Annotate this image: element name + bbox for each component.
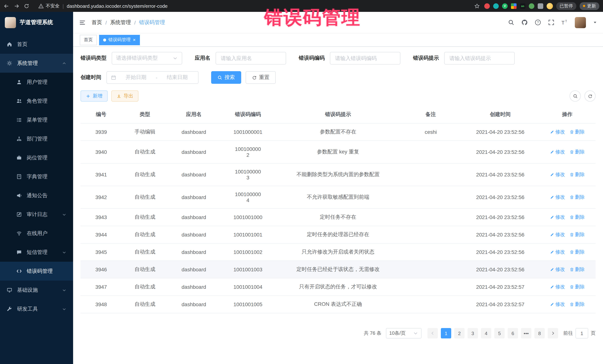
tab-首页[interactable]: 首页 <box>80 35 97 45</box>
extension-icon-2[interactable] <box>493 3 499 9</box>
edit-link[interactable]: 修改 <box>550 266 565 273</box>
sidebar-item-menu[interactable]: 菜单管理 <box>0 110 73 129</box>
page-button-5[interactable]: 5 <box>494 328 505 338</box>
sidebar-item-infra[interactable]: 基础设施 <box>0 281 73 299</box>
github-icon[interactable] <box>521 19 528 26</box>
browser-forward-icon[interactable] <box>14 3 19 9</box>
toggle-search-button[interactable] <box>570 90 581 101</box>
extensions-puzzle-icon[interactable] <box>538 3 543 9</box>
tab-close-icon[interactable]: × <box>133 37 136 42</box>
sidebar-item-audit-log[interactable]: 审计日志 <box>0 205 73 224</box>
edit-link[interactable]: 修改 <box>550 214 565 221</box>
extension-icon-1[interactable] <box>484 3 490 9</box>
edit-link[interactable]: 修改 <box>550 284 565 290</box>
extension-icon-5[interactable] <box>529 3 534 9</box>
browser-reload-icon[interactable] <box>24 3 29 9</box>
page-size-select[interactable]: 10条/页 <box>386 328 422 338</box>
page-button-3[interactable]: 3 <box>468 328 478 338</box>
sidebar-item-dept[interactable]: 部门管理 <box>0 129 73 148</box>
sidebar-item-error-code[interactable]: 错误码管理 <box>0 262 73 281</box>
sync-paused-badge[interactable]: 已暂停 <box>556 2 576 10</box>
page-button-2[interactable]: 2 <box>454 328 464 338</box>
delete-link[interactable]: 删除 <box>569 171 585 178</box>
delete-link[interactable]: 删除 <box>569 266 585 273</box>
row-id-cell: 3940 <box>81 141 122 163</box>
sidebar-item-post[interactable]: 岗位管理 <box>0 148 73 167</box>
prev-page-button[interactable] <box>428 328 438 338</box>
breadcrumb-item[interactable]: 错误码管理 <box>139 19 165 26</box>
sidebar-item-notice[interactable]: 通知公告 <box>0 186 73 205</box>
search-icon[interactable] <box>508 19 514 26</box>
app-name-input[interactable] <box>220 55 282 62</box>
sidebar-item-role[interactable]: 角色管理 <box>0 92 73 110</box>
page-more-button[interactable]: ••• <box>521 328 531 338</box>
create-time-range-picker[interactable]: 开始日期 - 结束日期 <box>106 71 198 84</box>
error-hint-input[interactable] <box>449 55 510 62</box>
edit-link[interactable]: 修改 <box>550 249 565 255</box>
security-warning[interactable]: 不安全 <box>38 3 59 9</box>
profile-avatar-icon[interactable] <box>547 3 553 9</box>
edit-link[interactable]: 修改 <box>550 194 565 200</box>
breadcrumb-item[interactable]: 首页 <box>92 19 102 26</box>
edit-link[interactable]: 修改 <box>550 149 565 155</box>
avatar-caret-icon[interactable] <box>593 20 597 24</box>
sidebar-item-home[interactable]: 首页 <box>0 35 73 54</box>
tab-错误码管理[interactable]: 错误码管理× <box>99 35 140 45</box>
edit-link[interactable]: 修改 <box>550 129 565 135</box>
sidebar-item-dict[interactable]: 字典管理 <box>0 167 73 186</box>
goto-page-input[interactable] <box>576 328 588 338</box>
next-page-button[interactable] <box>548 328 558 338</box>
table-row: 3945自动生成dashboard1001001002只允许修改为开启或者关闭状… <box>81 243 596 261</box>
help-icon[interactable]: ? <box>535 19 541 26</box>
page-button-6[interactable]: 6 <box>508 328 518 338</box>
row-id-cell: 3941 <box>81 163 122 186</box>
fullscreen-icon[interactable] <box>548 19 554 26</box>
address-bar[interactable]: 不安全 | dashboard.yudao.iocoder.cn/system/… <box>38 3 480 9</box>
delete-link[interactable]: 删除 <box>569 149 585 155</box>
page-button-8[interactable]: 8 <box>534 328 545 338</box>
delete-link[interactable]: 删除 <box>569 231 585 238</box>
sidebar-item-devtools[interactable]: 研发工具 <box>0 299 73 318</box>
row-actions-cell: 修改删除 <box>539 261 596 278</box>
sidebar-item-online-user[interactable]: 在线用户 <box>0 224 73 243</box>
sidebar-item-user[interactable]: 用户管理 <box>0 73 73 92</box>
delete-link[interactable]: 删除 <box>569 284 585 290</box>
url-text[interactable]: dashboard.yudao.iocoder.cn/system/error-… <box>67 3 168 9</box>
refresh-table-button[interactable] <box>584 90 596 101</box>
font-size-icon[interactable]: TT <box>561 19 568 26</box>
edit-link[interactable]: 修改 <box>550 231 565 238</box>
edit-link[interactable]: 修改 <box>550 301 565 308</box>
hamburger-icon[interactable] <box>79 19 86 26</box>
extension-icon-4[interactable]: on <box>520 3 525 9</box>
sidebar-item-system[interactable]: 系统管理 <box>0 54 73 73</box>
browser-back-icon[interactable] <box>4 3 9 9</box>
search-button[interactable]: 搜索 <box>211 71 241 84</box>
reset-button[interactable]: 重置 <box>246 71 276 84</box>
extension-icon-vue[interactable]: V <box>502 3 508 9</box>
edit-link[interactable]: 修改 <box>550 171 565 178</box>
row-code-cell: 1001001005 <box>220 296 276 313</box>
delete-link[interactable]: 删除 <box>569 301 585 308</box>
error-type-select[interactable]: 请选择错误码类型 <box>112 52 182 65</box>
add-button[interactable]: 新增 <box>81 90 108 101</box>
export-button[interactable]: 导出 <box>111 90 139 101</box>
row-app-cell: dashboard <box>168 243 220 261</box>
breadcrumb-item[interactable]: 系统管理 <box>110 19 131 26</box>
page-button-4[interactable]: 4 <box>481 328 491 338</box>
delete-link[interactable]: 删除 <box>569 214 585 221</box>
delete-link[interactable]: 删除 <box>569 194 585 200</box>
tab-label: 错误码管理 <box>108 37 131 43</box>
search-button-label: 搜索 <box>224 74 235 81</box>
error-code-input[interactable] <box>334 55 396 62</box>
delete-link[interactable]: 删除 <box>569 129 585 135</box>
extension-icon-3[interactable] <box>511 3 517 9</box>
logo[interactable]: 芋道管理系统 <box>0 12 73 33</box>
bookmark-star-icon[interactable] <box>474 3 480 9</box>
update-label: 更新 <box>587 3 596 9</box>
chevron-down-icon <box>62 250 66 254</box>
page-button-1[interactable]: 1 <box>441 328 451 338</box>
user-avatar[interactable] <box>575 17 586 28</box>
browser-update-button[interactable]: 更新 <box>580 2 599 10</box>
sidebar-item-sms[interactable]: 短信管理 <box>0 243 73 262</box>
delete-link[interactable]: 删除 <box>569 249 585 255</box>
